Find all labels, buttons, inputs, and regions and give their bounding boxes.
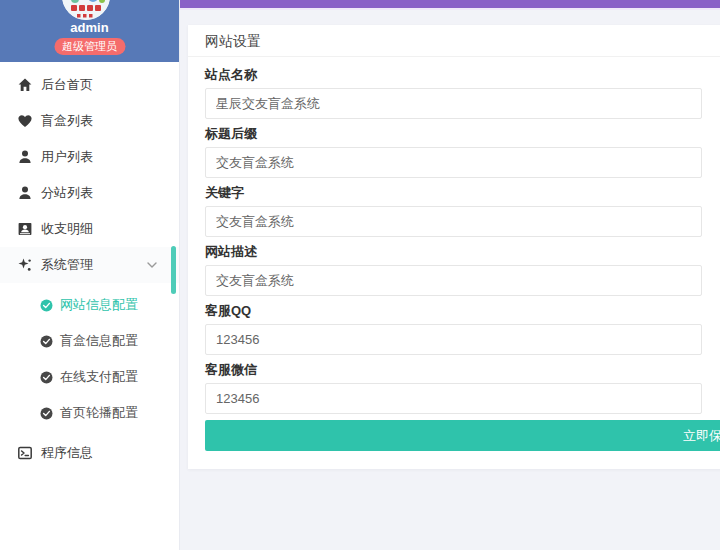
sidebar-item-boxes[interactable]: 盲盒列表 (0, 103, 179, 139)
topbar-accent (180, 0, 720, 8)
avatar-logo (62, 0, 110, 20)
form-group-title-suffix: 标题后缀 (205, 125, 720, 178)
sidebar-item-program[interactable]: 程序信息 (0, 435, 179, 471)
heart-icon (17, 113, 33, 129)
sidebar-item-label: 用户列表 (41, 148, 179, 166)
field-label-service-wechat: 客服微信 (205, 361, 720, 379)
terminal-icon (17, 445, 33, 461)
sidebar-subitem-label: 盲盒信息配置 (60, 332, 138, 350)
form-group-service-wechat: 客服微信 (205, 361, 720, 414)
field-label-service-qq: 客服QQ (205, 302, 720, 320)
form-group-service-qq: 客服QQ (205, 302, 720, 355)
sidebar-scrollbar-thumb[interactable] (171, 246, 176, 294)
sidebar-item-label: 盲盒列表 (41, 112, 179, 130)
field-label-title-suffix: 标题后缀 (205, 125, 720, 143)
form-group-description: 网站描述 (205, 243, 720, 296)
chevron-down-icon (147, 262, 157, 268)
field-label-site-name: 站点名称 (205, 66, 720, 84)
settings-card: 网站设置 站点名称标题后缀关键字网站描述客服QQ客服微信立即保存 (188, 25, 720, 469)
field-input-service-qq[interactable] (205, 324, 702, 355)
field-input-title-suffix[interactable] (205, 147, 702, 178)
topbar-underline (180, 8, 720, 10)
sidebar-item-users[interactable]: 用户列表 (0, 139, 179, 175)
sidebar-item-label: 后台首页 (41, 76, 179, 94)
sidebar-subitem-box-info[interactable]: 盲盒信息配置 (0, 323, 179, 359)
field-input-service-wechat[interactable] (205, 383, 702, 414)
username: admin (0, 20, 179, 35)
sidebar-subitem-carousel[interactable]: 首页轮播配置 (0, 395, 179, 431)
page-title: 网站设置 (188, 25, 720, 57)
sidebar-item-branches[interactable]: 分站列表 (0, 175, 179, 211)
user-icon (17, 149, 33, 165)
check-circle-icon (40, 407, 53, 420)
sidebar-subitem-label: 网站信息配置 (60, 296, 138, 314)
avatar[interactable] (62, 0, 110, 20)
sidebar-item-label: 收支明细 (41, 220, 179, 238)
sidebar-item-label: 分站列表 (41, 184, 179, 202)
field-label-description: 网站描述 (205, 243, 720, 261)
field-label-keywords: 关键字 (205, 184, 720, 202)
check-circle-icon (40, 299, 53, 312)
field-input-site-name[interactable] (205, 88, 702, 119)
check-circle-icon (40, 335, 53, 348)
sidebar-subitem-label: 在线支付配置 (60, 368, 138, 386)
sidebar-subitem-payment[interactable]: 在线支付配置 (0, 359, 179, 395)
sidebar-item-ledger[interactable]: 收支明细 (0, 211, 179, 247)
field-input-keywords[interactable] (205, 206, 702, 237)
sidebar-subitem-site-info[interactable]: 网站信息配置 (0, 287, 179, 323)
save-button[interactable]: 立即保存 (205, 420, 720, 451)
field-input-description[interactable] (205, 265, 702, 296)
sidebar-menu: 后台首页盲盒列表用户列表分站列表收支明细系统管理网站信息配置盲盒信息配置在线支付… (0, 62, 179, 471)
settings-form: 站点名称标题后缀关键字网站描述客服QQ客服微信立即保存 (188, 57, 720, 451)
screen: admin 超级管理员 后台首页盲盒列表用户列表分站列表收支明细系统管理网站信息… (0, 0, 720, 550)
sidebar-item-label: 系统管理 (41, 256, 147, 274)
home-icon (17, 77, 33, 93)
sidebar-item-system[interactable]: 系统管理 (0, 247, 179, 283)
sparkles-icon (17, 257, 33, 273)
form-group-keywords: 关键字 (205, 184, 720, 237)
user-icon (17, 185, 33, 201)
sidebar-item-label: 程序信息 (41, 444, 179, 462)
sidebar-item-home[interactable]: 后台首页 (0, 67, 179, 103)
sidebar: admin 超级管理员 后台首页盲盒列表用户列表分站列表收支明细系统管理网站信息… (0, 0, 180, 550)
main-area: 网站设置 站点名称标题后缀关键字网站描述客服QQ客服微信立即保存 (180, 0, 720, 550)
form-group-site-name: 站点名称 (205, 66, 720, 119)
ledger-icon (17, 221, 33, 237)
sidebar-header: admin 超级管理员 (0, 0, 179, 62)
role-badge: 超级管理员 (54, 38, 125, 55)
check-circle-icon (40, 371, 53, 384)
sidebar-subitem-label: 首页轮播配置 (60, 404, 138, 422)
